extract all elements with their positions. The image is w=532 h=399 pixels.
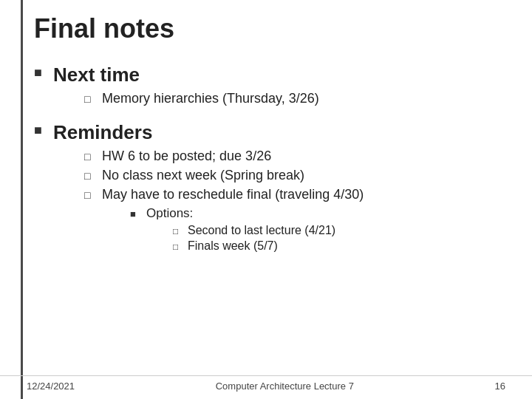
list-item: □ HW 6 to be posted; due 3/26: [84, 149, 364, 164]
list-item: □ Second to last lecture (4/21): [173, 224, 335, 237]
section-reminders: ■ Reminders □ HW 6 to be posted; due 3/2…: [34, 121, 505, 266]
bullet-n-1: ■: [34, 65, 46, 81]
bullet-q-5: □: [173, 226, 182, 236]
reminders-item-3: May have to reschedule final (traveling …: [102, 187, 364, 202]
reminders-heading: Reminders: [53, 121, 364, 144]
slide-title: Final notes: [34, 13, 505, 49]
section-next-time: ■ Next time □ Memory hierarchies (Thursd…: [34, 64, 505, 114]
slide-footer: 12/24/2021 Computer Architecture Lecture…: [0, 375, 532, 392]
list-item: □ Memory hierarchies (Thursday, 3/26): [84, 91, 319, 106]
bullet-q-2: □: [84, 151, 95, 163]
footer-date: 12/24/2021: [27, 381, 75, 392]
next-time-items: □ Memory hierarchies (Thursday, 3/26): [84, 91, 319, 106]
list-item: ■ Options: □ Second to last lecture (4/2…: [130, 206, 364, 255]
next-time-item-1: Memory hierarchies (Thursday, 3/26): [102, 91, 319, 106]
bullet-q-6: □: [173, 242, 182, 252]
footer-title: Computer Architecture Lecture 7: [75, 381, 494, 392]
options-label: Options:: [146, 206, 193, 220]
options-list: ■ Options: □ Second to last lecture (4/2…: [130, 206, 364, 255]
list-item: □ May have to reschedule final (travelin…: [84, 187, 364, 259]
bullet-n-2: ■: [34, 123, 46, 138]
list-item: □ Finals week (5/7): [173, 239, 335, 253]
bullet-q-4: □: [84, 189, 95, 201]
footer-page: 16: [495, 381, 505, 392]
next-time-heading: Next time: [53, 64, 319, 86]
list-item: □ No class next week (Spring break): [84, 168, 364, 183]
options-sub-list: □ Second to last lecture (4/21) □ Finals…: [173, 224, 335, 253]
reminders-item-3-container: May have to reschedule final (traveling …: [102, 187, 364, 259]
slide-content: Final notes ■ Next time □ Memory hierarc…: [0, 0, 532, 287]
bullet-n-3: ■: [130, 208, 140, 219]
reminders-item-1: HW 6 to be posted; due 3/26: [102, 149, 271, 164]
option-2: Finals week (5/7): [188, 239, 278, 253]
options-content: Options: □ Second to last lecture (4/21): [146, 206, 335, 255]
option-1: Second to last lecture (4/21): [188, 224, 335, 237]
left-border: [21, 0, 23, 399]
section-next-time-content: Next time □ Memory hierarchies (Thursday…: [53, 64, 319, 114]
reminders-item-2: No class next week (Spring break): [102, 168, 304, 183]
reminders-items: □ HW 6 to be posted; due 3/26 □ No class…: [84, 149, 364, 259]
section-reminders-content: Reminders □ HW 6 to be posted; due 3/26 …: [53, 121, 364, 266]
slide-container: Final notes ■ Next time □ Memory hierarc…: [0, 0, 532, 399]
bullet-q-3: □: [84, 170, 95, 182]
bullet-q-1: □: [84, 93, 95, 105]
